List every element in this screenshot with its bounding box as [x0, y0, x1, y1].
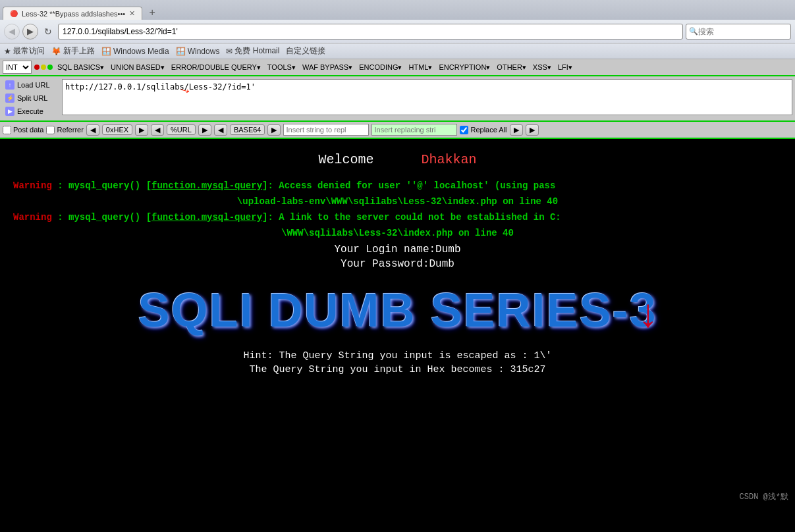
url-textarea[interactable]	[62, 79, 792, 115]
bookmark-xinshoushanlu[interactable]: 🦊 新手上路	[51, 45, 95, 57]
back-button[interactable]: ◀	[4, 24, 20, 40]
bookmark-label: Windows	[188, 47, 220, 56]
bookmark-icon: 🦊	[51, 47, 61, 56]
load-url-button[interactable]: ↑ Load URL	[3, 79, 57, 91]
bookmark-icon: 🪟	[101, 47, 111, 56]
warning1: Warning : mysql_query() [function.mysql-…	[13, 180, 782, 191]
bookmark-custom[interactable]: 自定义链接	[286, 45, 325, 57]
hackbar-toolbar: INT STR SQL BASICS▾ UNION BASED▾ ERROR/D…	[0, 59, 795, 76]
url-textarea-wrapper: →	[59, 76, 795, 120]
menu-encoding[interactable]: ENCODING▾	[357, 63, 404, 72]
referrer-label: Referrer	[57, 126, 83, 134]
warning2-link[interactable]: function.mysql-query	[151, 212, 262, 223]
menu-sql-basics[interactable]: SQL BASICS▾	[55, 63, 106, 72]
warning1-text: : mysql_query() [function.mysql-query]: …	[57, 180, 555, 191]
insert-string-input[interactable]	[283, 124, 369, 136]
load-url-icon: ↑	[5, 80, 14, 90]
warning1-path: \upload-labs-env\WWW\sqlilabs\Less-32\in…	[13, 196, 782, 207]
menu-other[interactable]: OTHER▾	[495, 63, 528, 72]
bookmark-windows[interactable]: 🪟 Windows	[176, 47, 220, 56]
tab-close-button[interactable]: ✕	[129, 9, 135, 18]
arrow-right-4[interactable]: ▶	[510, 124, 523, 136]
insert-replacing-input[interactable]	[371, 124, 457, 136]
left-sidebar: ↑ Load URL ⚡ Split URL ▶ Execute	[0, 76, 59, 120]
watermark: CSDN @浅*默	[740, 491, 788, 502]
arrow-right-5[interactable]: ▶	[526, 124, 539, 136]
menu-error-double-query[interactable]: ERROR/DOUBLE QUERY▾	[169, 63, 263, 72]
dot-red	[34, 65, 40, 70]
welcome-line: Welcome Dhakkan	[13, 152, 782, 167]
split-url-icon: ⚡	[5, 93, 14, 103]
bookmark-label: 自定义链接	[286, 45, 325, 57]
post-data-checkbox[interactable]	[3, 126, 11, 134]
referrer-checkbox[interactable]	[46, 126, 55, 134]
menu-xss[interactable]: XSS▾	[531, 63, 553, 72]
hackbar-status-dots	[34, 65, 53, 70]
arrow-left-3[interactable]: ◀	[214, 124, 227, 136]
bookmark-icon: ✉	[226, 47, 233, 56]
arrow-right-3[interactable]: ▶	[267, 124, 281, 136]
hint1-line: Hint: The Query String you input is esca…	[13, 350, 782, 361]
welcome-label: Welcome	[318, 152, 373, 167]
menu-encryption[interactable]: ENCRYPTION▾	[437, 63, 492, 72]
replace-all-checkbox[interactable]	[460, 126, 468, 134]
bookmark-windows-media[interactable]: 🪟 Windows Media	[101, 47, 169, 56]
url-input[interactable]	[58, 24, 683, 40]
active-tab[interactable]: 🔴 Less-32 **Bypass addslashes••• ✕	[3, 7, 142, 20]
dot-yellow	[41, 65, 46, 70]
browser-chrome: 🔴 Less-32 **Bypass addslashes••• ✕ + ◀ ▶…	[0, 0, 795, 139]
new-tab-button[interactable]: +	[145, 5, 159, 20]
menu-lfi[interactable]: LFI▾	[556, 63, 574, 72]
arrow-left-1[interactable]: ◀	[86, 124, 99, 136]
bookmark-label: 最常访问	[13, 45, 45, 57]
url-area: ↑ Load URL ⚡ Split URL ▶ Execute →	[0, 76, 795, 122]
bookmark-label: 免费 Hotmail	[234, 45, 279, 57]
login-name-line: Your Login name:Dumb	[13, 244, 782, 255]
post-data-label: Post data	[13, 126, 43, 134]
tab-bar: 🔴 Less-32 **Bypass addslashes••• ✕ +	[0, 0, 795, 20]
menu-tools[interactable]: TOOLS▾	[265, 63, 298, 72]
bookmark-zuichang[interactable]: ★ 最常访问	[4, 45, 45, 57]
execute-button[interactable]: ▶ Execute	[3, 105, 57, 117]
replace-all-text: Replace All	[470, 126, 507, 134]
arrow-right-2[interactable]: ▶	[198, 124, 211, 136]
bookmark-icon: ★	[4, 47, 11, 56]
tab-favicon: 🔴	[10, 10, 18, 17]
xurl-label: %URL	[167, 124, 196, 135]
split-url-button[interactable]: ⚡ Split URL	[3, 92, 57, 104]
oxhex-label: 0xHEX	[102, 124, 132, 135]
page-content: Welcome Dhakkan Warning : mysql_query() …	[0, 139, 795, 508]
execute-label: Execute	[17, 107, 43, 115]
warning1-link[interactable]: function.mysql-query	[151, 180, 262, 191]
down-arrow-annotation: ↓	[636, 296, 660, 336]
bottom-toolbar: Post data Referrer ◀ 0xHEX ▶ ◀ %URL ▶ ◀ …	[0, 122, 795, 139]
menu-union-based[interactable]: UNION BASED▾	[109, 63, 167, 72]
bookmark-hotmail[interactable]: ✉ 免费 Hotmail	[226, 45, 279, 57]
post-data-checkbox-label[interactable]: Post data	[3, 126, 43, 134]
menu-waf-bypass[interactable]: WAF BYPASS▾	[300, 63, 354, 72]
hint2-line: The Query String you input in Hex become…	[13, 364, 782, 375]
base64-label: BASE64	[230, 124, 265, 135]
bookmarks-bar: ★ 最常访问 🦊 新手上路 🪟 Windows Media 🪟 Windows …	[0, 43, 795, 59]
menu-html[interactable]: HTML▾	[406, 63, 434, 72]
replace-all-label[interactable]: Replace All	[460, 126, 507, 134]
hackbar-wrapper: INT STR SQL BASICS▾ UNION BASED▾ ERROR/D…	[0, 59, 795, 139]
arrow-right-1[interactable]: ▶	[135, 124, 148, 136]
forward-button[interactable]: ▶	[22, 24, 38, 40]
warning2-label: Warning	[13, 212, 52, 223]
load-url-label: Load URL	[17, 81, 50, 89]
warning2: Warning : mysql_query() [function.mysql-…	[13, 212, 782, 223]
referrer-checkbox-label[interactable]: Referrer	[46, 126, 83, 134]
split-url-label: Split URL	[17, 94, 47, 102]
hackbar-type-select[interactable]: INT STR	[3, 61, 32, 74]
password-line: Your Password:Dumb	[13, 258, 782, 270]
arrow-left-2[interactable]: ◀	[151, 124, 164, 136]
bookmark-label: Windows Media	[113, 47, 169, 56]
execute-icon: ▶	[5, 107, 14, 116]
sqli-section: SQLI DUMB SERIES-3 ↓	[13, 283, 782, 337]
search-input[interactable]	[698, 27, 777, 36]
refresh-button[interactable]: ↻	[41, 24, 55, 39]
search-icon: 🔍	[689, 27, 698, 36]
dot-green	[47, 65, 53, 70]
warning2-text: : mysql_query() [function.mysql-query]: …	[57, 212, 561, 223]
